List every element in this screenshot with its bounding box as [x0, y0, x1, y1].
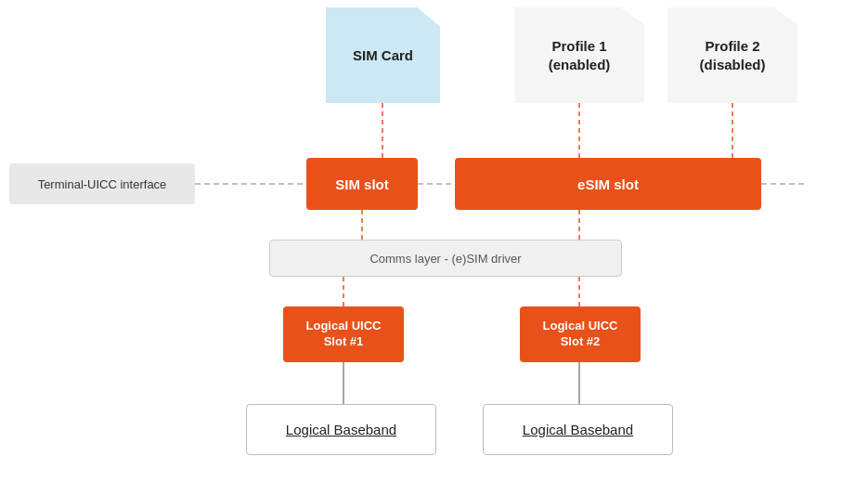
baseband2-box: Logical Baseband [483, 404, 673, 455]
sim-slot-label: SIM slot [335, 176, 389, 192]
esim-slot-box: eSIM slot [455, 158, 761, 210]
logical-slot1-label: Logical UICCSlot #1 [306, 319, 382, 350]
logical-slot2-label: Logical UICCSlot #2 [543, 319, 618, 350]
baseband2-label: Logical Baseband [523, 422, 633, 437]
logical-uicc-slot1-box: Logical UICCSlot #1 [283, 306, 404, 362]
profile1-label: Profile 1(enabled) [549, 37, 611, 73]
sim-slot-box: SIM slot [306, 158, 418, 210]
profile2-label: Profile 2(disabled) [700, 37, 766, 73]
profile1-box: Profile 1(enabled) [514, 7, 644, 103]
diagram-container: SIM Card Profile 1(enabled) Profile 2(di… [0, 0, 868, 482]
profile2-box: Profile 2(disabled) [667, 7, 797, 103]
comms-layer-label: Comms layer - (e)SIM driver [369, 252, 521, 266]
baseband1-label: Logical Baseband [286, 422, 396, 437]
terminal-uicc-label: Terminal-UICC interface [38, 177, 167, 191]
esim-slot-label: eSIM slot [577, 176, 639, 192]
sim-card-box: SIM Card [326, 7, 440, 103]
sim-card-label: SIM Card [353, 46, 413, 65]
baseband1-box: Logical Baseband [246, 404, 436, 455]
terminal-uicc-label-box: Terminal-UICC interface [9, 163, 195, 204]
logical-uicc-slot2-box: Logical UICCSlot #2 [520, 306, 641, 362]
comms-layer-box: Comms layer - (e)SIM driver [269, 240, 622, 277]
